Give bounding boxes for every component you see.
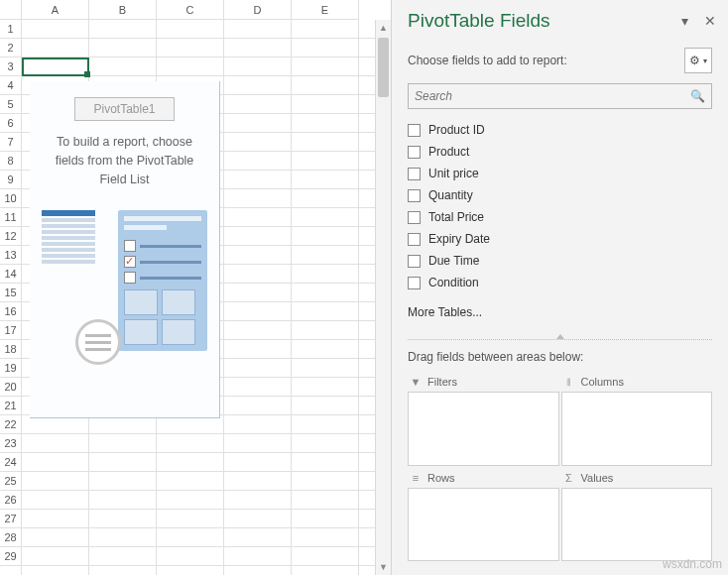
filters-area[interactable]: ▼Filters — [408, 372, 559, 466]
row-headers[interactable]: 1234567891011121314151617181920212223242… — [0, 20, 22, 575]
rows-label: Rows — [427, 472, 455, 484]
field-item[interactable]: Product ID — [408, 119, 712, 141]
field-label: Quantity — [428, 188, 473, 202]
row-header[interactable]: 17 — [0, 321, 21, 340]
field-checkbox[interactable] — [408, 189, 421, 202]
filters-label: Filters — [427, 376, 457, 388]
field-label: Due Time — [428, 254, 479, 268]
field-search[interactable]: 🔍 — [408, 83, 712, 109]
row-header[interactable]: 29 — [0, 547, 21, 566]
mini-table-icon — [42, 210, 95, 266]
drop-areas: ▼Filters ⦀Columns ≡Rows ΣValues — [392, 372, 728, 575]
field-label: Unit price — [428, 167, 479, 180]
column-headers[interactable]: ABCDE — [22, 0, 359, 20]
row-header[interactable]: 16 — [0, 302, 21, 321]
field-checkbox[interactable] — [408, 277, 421, 289]
filters-drop-zone[interactable] — [408, 392, 559, 466]
columns-icon: ⦀ — [563, 376, 575, 388]
rows-area[interactable]: ≡Rows — [408, 468, 559, 562]
field-panel-icon — [118, 210, 207, 351]
row-header[interactable]: 11 — [0, 208, 21, 227]
field-checkbox[interactable] — [408, 124, 421, 137]
field-checkbox[interactable] — [408, 168, 421, 180]
field-checkbox[interactable] — [408, 233, 421, 246]
row-header[interactable]: 9 — [0, 171, 21, 189]
gear-icon: ⚙ — [689, 54, 700, 67]
columns-label: Columns — [581, 376, 624, 388]
row-header[interactable]: 28 — [0, 528, 21, 547]
row-header[interactable]: 6 — [0, 114, 21, 133]
row-header[interactable]: 7 — [0, 133, 21, 152]
search-icon[interactable]: 🔍 — [690, 89, 705, 103]
row-header[interactable]: 20 — [0, 378, 21, 397]
values-label: Values — [581, 472, 614, 484]
pivottable-fields-pane: PivotTable Fields ▾ ✕ Choose fields to a… — [391, 0, 728, 575]
vertical-scrollbar[interactable]: ▲ ▼ — [375, 20, 391, 575]
values-drop-zone[interactable] — [561, 488, 713, 562]
row-header[interactable]: 10 — [0, 189, 21, 208]
row-header[interactable]: 4 — [0, 76, 21, 95]
pane-menu-caret-icon[interactable]: ▾ — [681, 13, 688, 29]
field-checkbox[interactable] — [408, 255, 421, 268]
field-checkbox[interactable] — [408, 146, 421, 159]
row-header[interactable]: 18 — [0, 340, 21, 359]
field-item[interactable]: Quantity — [408, 184, 712, 206]
more-tables-link[interactable]: More Tables... — [392, 299, 728, 333]
row-header[interactable]: 19 — [0, 359, 21, 378]
column-header[interactable]: C — [157, 0, 224, 19]
rows-drop-zone[interactable] — [408, 488, 559, 562]
pane-splitter[interactable] — [408, 339, 712, 340]
scroll-up-arrow[interactable]: ▲ — [376, 20, 391, 36]
row-header[interactable]: 1 — [0, 20, 21, 39]
field-item[interactable]: Expiry Date — [408, 228, 712, 250]
row-header[interactable]: 23 — [0, 434, 21, 453]
scroll-down-arrow[interactable]: ▼ — [376, 559, 391, 575]
row-header[interactable]: 8 — [0, 152, 21, 171]
row-header[interactable]: 21 — [0, 397, 21, 415]
search-input[interactable] — [415, 89, 690, 103]
columns-area[interactable]: ⦀Columns — [561, 372, 713, 466]
row-header[interactable]: 15 — [0, 284, 21, 302]
magnifier-icon — [75, 319, 121, 365]
row-header[interactable]: 5 — [0, 95, 21, 114]
filter-icon: ▼ — [410, 376, 422, 388]
row-header[interactable]: 25 — [0, 472, 21, 491]
row-header[interactable]: 26 — [0, 491, 21, 510]
tools-gear-button[interactable]: ⚙▾ — [684, 48, 712, 73]
columns-drop-zone[interactable] — [561, 392, 713, 466]
caret-down-icon: ▾ — [703, 57, 707, 65]
pivottable-name-box: PivotTable1 — [74, 97, 174, 121]
column-header[interactable]: A — [22, 0, 89, 19]
values-icon: Σ — [563, 472, 575, 484]
row-header[interactable]: 13 — [0, 246, 21, 265]
select-all-corner[interactable] — [0, 0, 22, 20]
rows-icon: ≡ — [410, 472, 422, 484]
scroll-thumb[interactable] — [378, 38, 389, 97]
field-item[interactable]: Unit price — [408, 163, 712, 184]
field-item[interactable]: Due Time — [408, 250, 712, 272]
row-header[interactable]: 22 — [0, 415, 21, 434]
row-header[interactable]: 3 — [0, 58, 21, 76]
field-label: Total Price — [428, 210, 484, 224]
pane-close-icon[interactable]: ✕ — [704, 13, 716, 29]
field-label: Product — [428, 145, 469, 159]
row-header[interactable]: 2 — [0, 39, 21, 58]
field-label: Product ID — [428, 123, 485, 137]
column-header[interactable]: D — [224, 0, 292, 19]
field-item[interactable]: Condition — [408, 272, 712, 293]
values-area[interactable]: ΣValues — [561, 468, 713, 562]
field-item[interactable]: Product — [408, 141, 712, 163]
cell-grid[interactable]: PivotTable1 To build a report, choose fi… — [22, 20, 375, 575]
field-checkbox[interactable] — [408, 211, 421, 224]
row-header[interactable]: 27 — [0, 510, 21, 528]
pivottable-placeholder[interactable]: PivotTable1 To build a report, choose fi… — [30, 81, 220, 418]
row-header[interactable]: 12 — [0, 227, 21, 246]
field-item[interactable]: Total Price — [408, 206, 712, 228]
active-cell[interactable] — [22, 58, 89, 76]
column-header[interactable]: E — [292, 0, 359, 19]
pane-title: PivotTable Fields — [408, 10, 550, 32]
row-header[interactable]: 24 — [0, 453, 21, 472]
row-header[interactable]: 14 — [0, 265, 21, 284]
choose-fields-label: Choose fields to add to report: — [408, 54, 567, 67]
column-header[interactable]: B — [89, 0, 157, 19]
